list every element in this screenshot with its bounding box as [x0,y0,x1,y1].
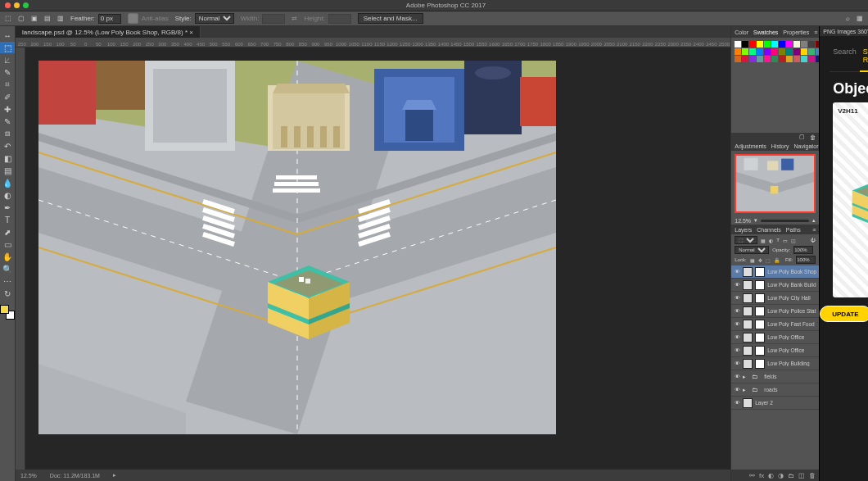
more-tools[interactable]: ⋯ [0,275,15,287]
layer-row[interactable]: 👁Low Poly Police Stat... [731,305,819,318]
visibility-icon[interactable]: 👁 [734,361,740,366]
canvas-viewport[interactable] [25,48,730,470]
tab-channels[interactable]: Channels [757,227,781,233]
panel-menu-icon[interactable]: ≡ [812,227,816,233]
visibility-icon[interactable]: 👁 [734,400,740,406]
link-layers-icon[interactable]: ⚯ [749,472,755,479]
minimize-window-icon[interactable] [14,2,20,8]
swatch[interactable] [749,41,756,48]
close-tab-icon[interactable]: × [189,29,193,36]
maximize-window-icon[interactable] [23,2,29,8]
tab-navigator[interactable]: Navigator [794,143,819,149]
adjustment-layer-icon[interactable]: ◑ [778,472,784,479]
swatch[interactable] [808,56,815,62]
swatch[interactable] [749,56,756,62]
swatch[interactable] [735,56,741,62]
visibility-icon[interactable]: 👁 [734,347,740,353]
layer-row[interactable]: 👁Low Poly City Hall [731,292,819,305]
swatch[interactable] [764,56,771,62]
layer-row[interactable]: 👁Low Poly Fast Food ... [731,318,819,331]
visibility-icon[interactable]: 👁 [734,321,740,327]
select-and-mask-button[interactable]: Select and Mask... [358,13,423,24]
hand-tool[interactable]: ✋ [0,251,15,262]
dodge-tool[interactable]: ◐ [0,189,15,201]
lasso-tool[interactable]: ⟀ [0,54,15,66]
swatch[interactable] [786,41,793,48]
swatch[interactable] [801,48,807,55]
tab-paths[interactable]: Paths [786,227,801,233]
visibility-icon[interactable]: 👁 [734,269,740,275]
swatch[interactable] [771,41,778,48]
zoom-slider[interactable] [761,220,809,222]
swatches-grid[interactable] [731,38,819,133]
visibility-icon[interactable]: 👁 [734,387,740,393]
tab-layers[interactable]: Layers [735,227,752,233]
marquee-mode-icon[interactable]: ⬚ [5,15,11,22]
tab-properties[interactable]: Properties [783,29,809,35]
tab-swatches[interactable]: Swatches [753,29,778,35]
eraser-tool[interactable]: ◧ [0,152,15,164]
eyedropper-tool[interactable]: ✐ [0,91,15,102]
object-preview[interactable]: V2H11 [833,102,868,297]
layer-row[interactable]: 👁Low Poly Book Shop [731,265,819,279]
tab-spin-rotate[interactable]: Spin & Rotate [860,43,868,72]
workspace-icon[interactable]: ▦ [857,15,863,22]
layer-group-row[interactable]: 👁▸🗀roads [731,383,819,397]
layers-list[interactable]: 👁Low Poly Book Shop👁Low Poly Bank Build.… [731,265,819,470]
swatch[interactable] [764,48,771,55]
filter-toggle-icon[interactable]: ⏻ [811,238,816,243]
new-layer-icon[interactable]: ◫ [798,472,805,479]
shape-tool[interactable]: ▭ [0,238,15,250]
delete-swatch-icon[interactable]: 🗑 [810,134,816,140]
swatch[interactable] [786,56,793,62]
layer-row[interactable]: 👁Low Poly Building [731,357,819,370]
gradient-tool[interactable]: ▤ [0,165,15,176]
swatch[interactable] [764,41,771,48]
lock-pixels-icon[interactable]: ▦ [750,257,755,263]
path-select-tool[interactable]: ⬈ [0,226,15,238]
layer-row[interactable]: 👁Low Poly Office [731,331,819,344]
swatch[interactable] [779,48,785,55]
folder-chevron-icon[interactable]: ▸ [743,387,749,393]
zoom-tool[interactable]: 🔍 [0,263,15,275]
swatch[interactable] [808,41,815,48]
filter-pixel-icon[interactable]: ▦ [761,238,766,243]
blur-tool[interactable]: 💧 [0,177,15,188]
swatch[interactable] [757,56,763,62]
swatch[interactable] [793,56,800,62]
swatch[interactable] [742,48,748,55]
visibility-icon[interactable]: 👁 [734,308,740,314]
layer-filter-select[interactable]: ⬚ [735,236,757,244]
fill-input[interactable] [796,256,816,264]
filter-shape-icon[interactable]: ▭ [783,238,788,243]
swatch[interactable] [779,41,785,48]
lock-position-icon[interactable]: ✥ [758,257,762,263]
zoom-in-icon[interactable]: ▴ [812,217,816,224]
brush-tool[interactable]: ✎ [0,116,15,127]
swatch[interactable] [801,56,807,62]
intersect-selection-icon[interactable]: ▥ [57,15,64,22]
swatch[interactable] [801,41,807,48]
close-window-icon[interactable] [5,2,11,8]
swatch[interactable] [742,41,748,48]
panel-menu-icon[interactable]: ≡ [814,29,817,35]
crop-tool[interactable]: ⌗ [0,79,15,90]
layer-mask-icon[interactable]: ◐ [768,472,774,479]
type-tool[interactable]: T [0,214,15,225]
layer-group-row[interactable]: 👁▸🗀fields [731,370,819,383]
swatch[interactable] [793,48,800,55]
tab-adjustments[interactable]: Adjustments [735,143,766,149]
zoom-out-icon[interactable]: ▾ [754,217,757,224]
lock-artboard-icon[interactable]: ⬚ [766,257,771,263]
swatch[interactable] [749,48,756,55]
layer-fx-icon[interactable]: fx [759,472,764,479]
search-icon[interactable]: ⌕ [846,15,850,22]
add-selection-icon[interactable]: ▣ [31,15,38,22]
swatch[interactable] [779,56,785,62]
tab-search[interactable]: Search [830,43,860,71]
lock-all-icon[interactable]: 🔒 [774,257,780,263]
marquee-tool[interactable]: ⬚ [0,42,15,53]
update-button[interactable]: UPDATE [820,306,868,322]
swatch[interactable] [771,56,778,62]
stamp-tool[interactable]: ⧈ [0,128,15,139]
